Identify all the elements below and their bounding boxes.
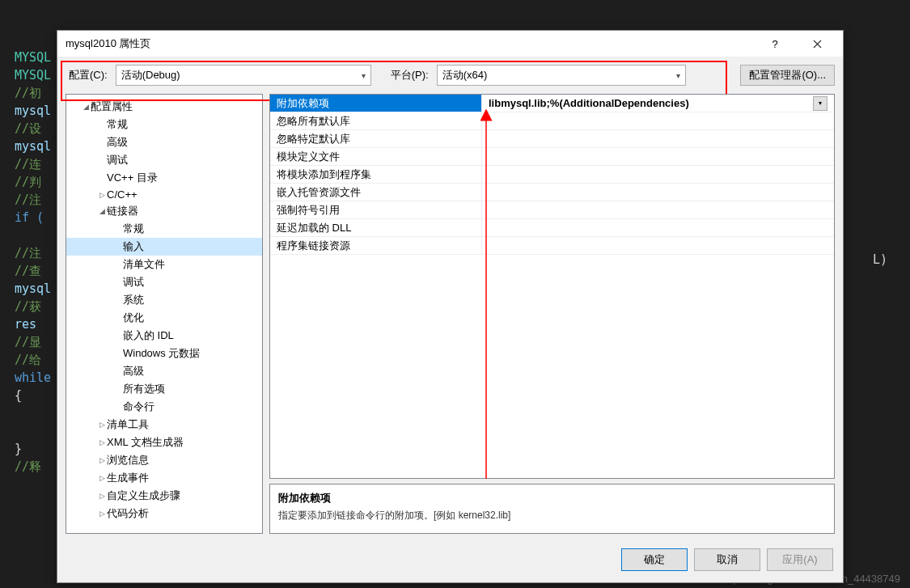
property-row[interactable]: 嵌入托管资源文件 xyxy=(270,184,834,201)
tree-toggle-icon[interactable]: ▷ xyxy=(97,438,107,446)
dialog-footer: 确定 取消 应用(A) xyxy=(57,542,843,582)
config-dropdown[interactable]: 活动(Debug)▾ xyxy=(116,65,371,86)
tree-item-label: 链接器 xyxy=(107,204,138,218)
property-name: 将模块添加到程序集 xyxy=(270,166,482,183)
tree-item[interactable]: ▷浏览信息 xyxy=(66,451,262,469)
tree-item[interactable]: ▷代码分析 xyxy=(66,505,262,522)
platform-label: 平台(P): xyxy=(391,68,429,82)
property-name: 忽略所有默认库 xyxy=(270,112,482,129)
property-value[interactable] xyxy=(482,112,834,129)
property-value[interactable] xyxy=(482,219,834,236)
property-value[interactable] xyxy=(482,184,834,201)
chevron-down-icon: ▾ xyxy=(362,71,366,80)
property-name: 嵌入托管资源文件 xyxy=(270,184,482,201)
tree-item-label: 调试 xyxy=(107,153,128,167)
tree-item[interactable]: 优化 xyxy=(66,309,262,327)
tree-item[interactable]: Windows 元数据 xyxy=(66,345,262,362)
tree-item[interactable]: 调试 xyxy=(66,273,262,291)
tree-item[interactable]: 所有选项 xyxy=(66,380,262,398)
platform-dropdown[interactable]: 活动(x64)▾ xyxy=(437,65,686,86)
property-row[interactable]: 延迟加载的 DLL xyxy=(270,219,834,237)
tree-item-label: 配置属性 xyxy=(91,99,133,114)
tree-toggle-icon[interactable]: ▷ xyxy=(97,474,107,482)
property-value[interactable]: libmysql.lib;%(AdditionalDependencies)▾ xyxy=(482,95,834,112)
dropdown-icon[interactable]: ▾ xyxy=(813,96,827,111)
tree-item[interactable]: ◢链接器 xyxy=(66,202,262,220)
description-title: 附加依赖项 xyxy=(278,491,826,506)
config-manager-button[interactable]: 配置管理器(O)... xyxy=(740,65,835,86)
property-row[interactable]: 强制符号引用 xyxy=(270,201,834,219)
tree-toggle-icon[interactable]: ▷ xyxy=(97,510,107,518)
tree-item[interactable]: 常规 xyxy=(66,116,262,133)
property-row[interactable]: 模块定义文件 xyxy=(270,148,834,166)
property-tree[interactable]: ◢配置属性常规高级调试VC++ 目录▷C/C++◢链接器常规输入清单文件调试系统… xyxy=(66,94,263,534)
property-row[interactable]: 忽略特定默认库 xyxy=(270,130,834,148)
bg-code-right: L) xyxy=(873,252,887,267)
apply-button[interactable]: 应用(A) xyxy=(767,548,833,571)
tree-item-label: 清单工具 xyxy=(107,417,149,432)
tree-item[interactable]: 常规 xyxy=(66,220,262,238)
close-icon xyxy=(813,40,822,49)
tree-toggle-icon[interactable]: ◢ xyxy=(81,103,91,111)
property-value[interactable] xyxy=(482,130,834,147)
tree-item[interactable]: 高级 xyxy=(66,133,262,151)
tree-toggle-icon[interactable]: ▷ xyxy=(97,421,107,429)
tree-item-label: 常规 xyxy=(123,222,144,236)
tree-item-label: 自定义生成步骤 xyxy=(107,489,180,503)
tree-item[interactable]: ▷XML 文档生成器 xyxy=(66,434,262,451)
property-value[interactable] xyxy=(482,201,834,218)
tree-item[interactable]: 调试 xyxy=(66,151,262,169)
tree-item-label: 输入 xyxy=(123,239,144,254)
tree-item-label: XML 文档生成器 xyxy=(107,435,184,450)
config-label: 配置(C): xyxy=(69,68,108,82)
property-row[interactable]: 附加依赖项 libmysql.lib;%(AdditionalDependenc… xyxy=(270,95,834,112)
cancel-button[interactable]: 取消 xyxy=(694,548,760,571)
tree-item-label: 调试 xyxy=(123,275,144,290)
help-button[interactable]: ? xyxy=(757,31,793,57)
tree-item-label: 高级 xyxy=(123,364,144,379)
property-row[interactable]: 忽略所有默认库 xyxy=(270,112,834,130)
tree-item-label: 浏览信息 xyxy=(107,453,149,467)
tree-item[interactable]: 清单文件 xyxy=(66,256,262,273)
property-name: 忽略特定默认库 xyxy=(270,130,482,147)
tree-toggle-icon[interactable]: ◢ xyxy=(97,207,107,215)
tree-item[interactable]: 嵌入的 IDL xyxy=(66,327,262,345)
property-name: 程序集链接资源 xyxy=(270,237,482,254)
tree-item-label: 清单文件 xyxy=(123,257,165,272)
tree-item-label: 常规 xyxy=(107,117,128,132)
tree-item[interactable]: ▷自定义生成步骤 xyxy=(66,487,262,505)
property-name: 延迟加载的 DLL xyxy=(270,219,482,236)
tree-item[interactable]: 输入 xyxy=(66,238,262,256)
tree-toggle-icon[interactable]: ▷ xyxy=(97,191,107,199)
tree-item-label: 系统 xyxy=(123,293,144,307)
tree-item-label: 命令行 xyxy=(123,400,154,414)
tree-item-label: 高级 xyxy=(107,135,128,150)
tree-item[interactable]: ▷清单工具 xyxy=(66,416,262,434)
property-value[interactable] xyxy=(482,148,834,165)
property-value[interactable] xyxy=(482,237,834,254)
close-button[interactable] xyxy=(799,31,835,57)
property-name: 附加依赖项 xyxy=(270,95,482,112)
property-pages-dialog: mysql2010 属性页 ? 配置(C): 活动(Debug)▾ 平台(P):… xyxy=(57,30,844,583)
tree-item[interactable]: ◢配置属性 xyxy=(66,98,262,116)
dialog-title: mysql2010 属性页 xyxy=(66,36,751,51)
ok-button[interactable]: 确定 xyxy=(621,548,688,571)
property-row[interactable]: 程序集链接资源 xyxy=(270,237,834,255)
tree-toggle-icon[interactable]: ▷ xyxy=(97,456,107,464)
property-name: 模块定义文件 xyxy=(270,148,482,165)
chevron-down-icon: ▾ xyxy=(676,71,680,80)
property-value[interactable] xyxy=(482,166,834,183)
tree-item[interactable]: ▷C/C++ xyxy=(66,187,262,202)
tree-toggle-icon[interactable]: ▷ xyxy=(97,492,107,500)
tree-item-label: C/C++ xyxy=(107,188,138,201)
description-text: 指定要添加到链接命令行的附加项。[例如 kernel32.lib] xyxy=(278,509,826,522)
tree-item[interactable]: 命令行 xyxy=(66,398,262,416)
tree-item[interactable]: 系统 xyxy=(66,291,262,309)
property-name: 强制符号引用 xyxy=(270,201,482,218)
tree-item-label: 生成事件 xyxy=(107,471,149,485)
property-row[interactable]: 将模块添加到程序集 xyxy=(270,166,834,184)
tree-item[interactable]: 高级 xyxy=(66,362,262,380)
property-grid[interactable]: 附加依赖项 libmysql.lib;%(AdditionalDependenc… xyxy=(269,94,835,479)
tree-item[interactable]: VC++ 目录 xyxy=(66,169,262,187)
tree-item[interactable]: ▷生成事件 xyxy=(66,469,262,487)
